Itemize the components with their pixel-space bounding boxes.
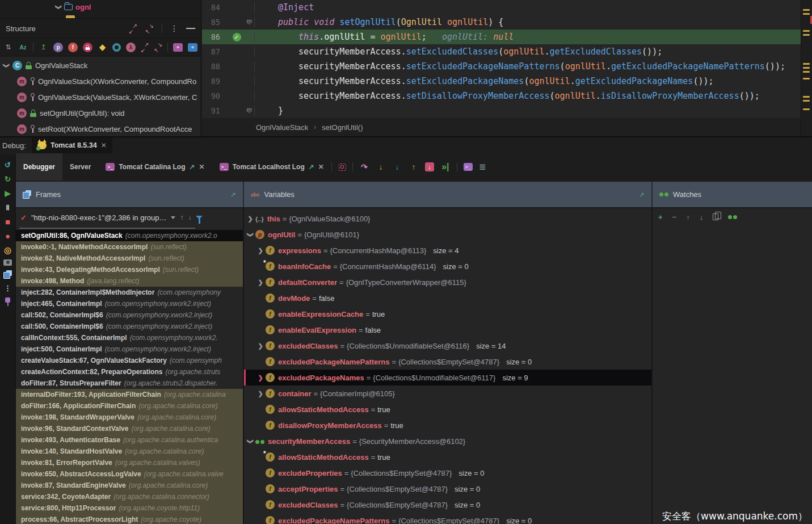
more-options-icon[interactable]: ⋮ xyxy=(170,24,178,33)
view-breakpoints-icon[interactable]: ◎ xyxy=(3,245,12,255)
thread-selector[interactable]: ✓ "http-nio-8080-exec-1"@2,386 in group…… xyxy=(16,208,243,227)
frame-row[interactable]: invoke:43, DelegatingMethodAccessorImpl(… xyxy=(16,264,243,275)
external-link-icon[interactable]: ↗ xyxy=(309,163,314,171)
variable-row[interactable]: ❯fcontainer={ContainerImpl@6105} xyxy=(244,385,651,401)
frame-row[interactable]: createActionContext:82, PrepareOperation… xyxy=(16,366,243,378)
frame-row[interactable]: setOgnlUtil:86, OgnlValueStack(com.opens… xyxy=(16,230,243,241)
code-line[interactable]: 89securityMemberAccess.setExcludedPackag… xyxy=(202,74,801,89)
step-out-icon[interactable]: ↑ xyxy=(409,162,419,172)
variable-row[interactable]: fexcludedPackageNamePatterns={Collection… xyxy=(244,354,651,370)
breadcrumb-method[interactable]: setOgnlUtil() xyxy=(322,123,363,132)
chevron-down-icon[interactable]: ❯ xyxy=(247,230,254,238)
show-non-public-icon[interactable] xyxy=(83,43,92,52)
sort-alphabetically-icon[interactable]: Az xyxy=(18,43,28,52)
variable-row[interactable]: f*allowStaticMethodAccess=true xyxy=(244,449,651,465)
chevron-right-icon[interactable]: ❯ xyxy=(256,390,264,397)
restore-layout-icon[interactable] xyxy=(3,270,12,279)
frame-row[interactable]: callInContext:555, ContainerImpl(com.ope… xyxy=(16,332,243,343)
show-fields-icon[interactable]: f xyxy=(68,43,78,52)
warning-mark[interactable] xyxy=(803,13,810,15)
structure-item[interactable]: ❯COgnlValueStack xyxy=(0,57,200,73)
frame-row[interactable]: call:502, ContainerImpl$6(com.opensympho… xyxy=(16,309,243,321)
code-line[interactable]: 91} xyxy=(202,103,801,118)
autoscroll-to-source-icon[interactable]: » xyxy=(173,43,183,52)
close-icon[interactable]: ✕ xyxy=(101,141,107,149)
structure-item[interactable]: mOgnlValueStack(ValueStack, XWorkConvert… xyxy=(0,89,200,105)
warning-mark[interactable] xyxy=(803,67,810,69)
chevron-down-icon[interactable] xyxy=(171,216,175,219)
tab-localhost-log[interactable]: >_ Tomcat Localhost Log ↗ ✕ xyxy=(212,153,331,181)
collapse-all-icon[interactable] xyxy=(154,43,163,52)
copy-icon[interactable] xyxy=(713,213,718,220)
show-execution-point-icon[interactable] xyxy=(339,164,346,171)
watches-header[interactable]: Watches xyxy=(653,182,812,207)
stop-icon[interactable]: ■ xyxy=(3,217,12,227)
sort-by-visibility-icon[interactable]: ⇅ xyxy=(3,43,13,52)
variable-row[interactable]: fdisallowProxyMemberAccess=true xyxy=(244,417,651,433)
code-line[interactable]: 87securityMemberAccess.setExcludedClasse… xyxy=(202,44,801,59)
external-link-icon[interactable]: ↗ xyxy=(190,163,195,171)
frame-row[interactable]: internalDoFilter:193, ApplicationFilterC… xyxy=(16,389,243,400)
variables-header[interactable]: abc Variables ↗ xyxy=(243,182,653,207)
frame-row[interactable]: inject:500, ContainerImpl(com.opensympho… xyxy=(16,343,243,355)
show-lambdas-icon[interactable]: λ xyxy=(126,43,136,52)
autoscroll-from-source-icon[interactable]: « xyxy=(188,43,197,52)
frame-row[interactable]: invoke:493, AuthenticatorBase(org.apache… xyxy=(16,434,243,446)
frame-row[interactable]: invoke0:-1, NativeMethodAccessorImpl(sun… xyxy=(16,241,243,253)
frame-row[interactable]: invoke:650, AbstractAccessLogValve(org.a… xyxy=(16,468,243,480)
thread-dump-icon[interactable] xyxy=(3,259,12,266)
show-watches-icon[interactable] xyxy=(728,215,737,219)
tab-catalina-log[interactable]: >_ Tomcat Catalina Log ↗ ✕ xyxy=(98,153,212,181)
fold-slot[interactable] xyxy=(244,108,254,114)
variable-row[interactable]: ❯{..}this={OgnlValueStack@6100} xyxy=(244,211,651,227)
layout-settings-icon[interactable]: ≣ xyxy=(479,162,486,172)
code-line[interactable]: 86✓this.ognlUtil = ognlUtil; ognlUtil: n… xyxy=(202,30,801,44)
variable-row[interactable]: facceptProperties={Collections$EmptySet@… xyxy=(244,481,651,497)
variable-row[interactable]: ❯fdefaultConverter={OgnlTypeConverterWra… xyxy=(244,274,651,290)
hide-panel-icon[interactable]: — xyxy=(186,23,195,33)
show-properties-icon[interactable]: p xyxy=(53,43,63,52)
frame-row[interactable]: inject:465, ContainerImpl(com.opensympho… xyxy=(16,298,243,309)
force-step-into-icon[interactable]: ↓ xyxy=(392,162,402,172)
evaluate-expression-icon[interactable]: >_ xyxy=(464,163,473,171)
variable-row[interactable]: ❯fexpressions={ConcurrentHashMap@6113}si… xyxy=(244,242,651,258)
variable-row[interactable]: fenableExpressionCache=true xyxy=(244,306,651,322)
move-up-icon[interactable]: ↑ xyxy=(686,213,690,221)
frame-row[interactable]: invoke:96, StandardContextValve(org.apac… xyxy=(16,423,243,434)
gutter-slot[interactable]: ✓ xyxy=(229,33,244,41)
drop-frame-icon[interactable]: ↓ xyxy=(425,162,434,171)
warning-mark[interactable] xyxy=(803,63,810,65)
chevron-right-icon[interactable]: ❯ xyxy=(256,247,264,254)
chevron-right-icon[interactable]: ❯ xyxy=(256,374,264,382)
fold-slot[interactable] xyxy=(244,20,254,25)
code-line[interactable]: 90securityMemberAccess.setDisallowProxyM… xyxy=(202,89,801,103)
variable-row[interactable]: fexcludeProperties={Collections$EmptySet… xyxy=(244,465,651,481)
chevron-right-icon[interactable]: ❯ xyxy=(256,279,264,286)
chevron-right-icon[interactable]: ❯ xyxy=(256,342,264,350)
fold-marker-icon[interactable] xyxy=(247,20,252,25)
error-mark[interactable] xyxy=(810,16,812,24)
collapse-all-icon[interactable] xyxy=(145,24,154,33)
close-icon[interactable]: ✕ xyxy=(199,163,205,171)
frame-row[interactable]: invoke:198, StandardWrapperValve(org.apa… xyxy=(16,412,243,423)
variable-row[interactable]: fexcludedClasses={Collections$EmptySet@4… xyxy=(244,497,651,513)
error-stripe[interactable] xyxy=(801,0,812,136)
frame-row[interactable]: invoke:62, NativeMethodAccessorImpl(sun.… xyxy=(16,253,243,264)
rerun-icon[interactable]: ↺ xyxy=(3,160,12,170)
chevron-down-icon[interactable]: ❯ xyxy=(247,437,254,445)
structure-item[interactable]: msetOgnlUtil(OgnlUtil): void xyxy=(0,105,200,121)
rerun-application-icon[interactable]: ↻ xyxy=(3,174,12,184)
pin-icon[interactable] xyxy=(5,297,10,303)
project-tree-item-ognl[interactable]: ❯ ognl xyxy=(56,1,91,12)
show-inherited-icon[interactable]: ↥ xyxy=(39,43,48,52)
remove-watch-icon[interactable]: − xyxy=(672,213,677,221)
frame-row[interactable]: invoke:81, ErrorReportValve(org.apache.c… xyxy=(16,457,243,468)
frames-header[interactable]: Frames ↗ xyxy=(16,182,243,207)
chevron-right-icon[interactable]: ❯ xyxy=(246,215,254,223)
frame-row[interactable]: createValueStack:67, OgnlValueStackFacto… xyxy=(16,355,243,366)
donut-filter-icon[interactable] xyxy=(112,43,121,52)
warning-mark[interactable] xyxy=(803,100,810,102)
variable-row[interactable]: ❯fexcludedClasses={Collections$Unmodifia… xyxy=(244,338,651,354)
variable-row[interactable]: fdevMode=false xyxy=(244,290,651,306)
structure-item[interactable]: mOgnlValueStack(XWorkConverter, Compound… xyxy=(0,73,200,89)
